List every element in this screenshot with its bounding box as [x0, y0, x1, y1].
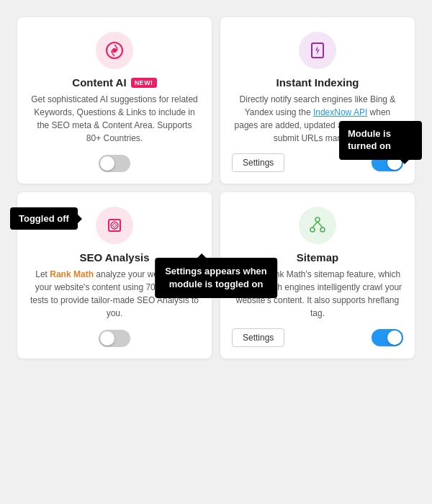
instant-indexing-toggle-track [372, 154, 403, 171]
sitemap-title: Sitemap [297, 251, 338, 264]
svg-point-5 [315, 217, 320, 222]
instant-indexing-footer: Settings [232, 153, 403, 172]
sitemap-settings-button[interactable]: Settings [232, 328, 284, 347]
content-ai-footer [29, 155, 200, 172]
instant-indexing-title: Instant Indexing [276, 76, 359, 89]
sitemap-toggle-thumb [387, 330, 402, 345]
svg-point-7 [320, 228, 325, 232]
sitemap-toggle-track [372, 329, 403, 346]
instant-indexing-icon [299, 32, 336, 69]
content-ai-toggle-track [99, 155, 130, 172]
card-content-ai: Content AI NEW! Get sophisticated AI sug… [17, 17, 212, 184]
svg-line-8 [312, 222, 318, 228]
content-ai-desc: Get sophisticated AI suggestions for rel… [29, 93, 200, 146]
seo-analysis-toggle[interactable] [99, 330, 130, 347]
card-seo-analysis: SEO Analysis Let Rank Math analyze your … [17, 192, 212, 359]
seo-analysis-title: SEO Analysis [80, 251, 150, 264]
card-instant-indexing: Instant Indexing Directly notify search … [220, 17, 415, 184]
instant-indexing-toggle[interactable] [372, 154, 403, 171]
sitemap-icon [299, 207, 336, 244]
new-badge: NEW! [131, 78, 157, 88]
content-ai-icon [96, 32, 133, 69]
seo-analysis-footer [29, 330, 200, 347]
seo-analysis-desc: Let Rank Math analyze your website and y… [29, 268, 200, 321]
indexnow-link[interactable]: IndexNow API [313, 107, 367, 117]
content-ai-title: Content AI NEW! [72, 76, 156, 89]
content-ai-toggle[interactable] [99, 155, 130, 172]
sitemap-desc: Enable Rank Math's sitemap feature, whic… [232, 268, 403, 320]
instant-indexing-toggle-thumb [387, 156, 402, 170]
seo-analysis-toggle-thumb [100, 331, 114, 346]
module-grid: Content AI NEW! Get sophisticated AI sug… [9, 9, 423, 367]
sitemap-toggle[interactable] [372, 329, 403, 346]
svg-line-9 [318, 222, 323, 228]
seo-analysis-icon [96, 207, 133, 244]
content-ai-toggle-thumb [100, 156, 114, 171]
card-sitemap: Sitemap Enable Rank Math's sitemap featu… [220, 192, 415, 359]
instant-indexing-settings-button[interactable]: Settings [232, 153, 284, 172]
seo-analysis-toggle-track [99, 330, 130, 347]
svg-point-1 [112, 48, 117, 53]
sitemap-footer: Settings [232, 328, 403, 347]
svg-point-6 [310, 228, 315, 232]
instant-indexing-desc: Directly notify search engines like Bing… [232, 93, 403, 145]
